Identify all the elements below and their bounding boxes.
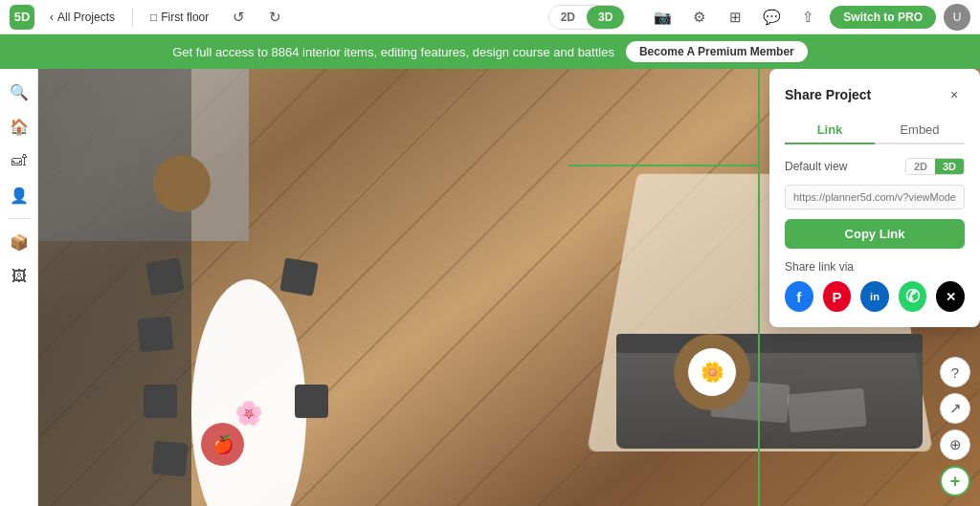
x-twitter-share[interactable]: ✕	[936, 281, 965, 312]
sidebar-people[interactable]: 👤	[4, 180, 34, 210]
share-panel-header: Share Project ×	[785, 84, 965, 105]
app-logo: 5D	[10, 5, 34, 30]
default-view-label: Default view	[785, 160, 847, 173]
share-panel-title: Share Project	[785, 87, 871, 102]
bottom-right-actions: ? ↗ ⊕ +	[940, 357, 970, 496]
share-tabs: Link Embed	[785, 117, 965, 144]
couch-back	[616, 334, 923, 353]
undo-button[interactable]: ↺	[224, 3, 253, 32]
sidebar-home[interactable]: 🏠	[4, 111, 34, 142]
table-centerpiece: 🌸	[234, 400, 263, 427]
facebook-share[interactable]: f	[785, 281, 813, 312]
floor-selector[interactable]: □ First floor	[143, 7, 216, 28]
back-arrow-icon: ‹	[50, 11, 54, 24]
side-table: 🌼	[674, 334, 750, 410]
sidebar-furniture[interactable]: 🛋	[4, 145, 34, 176]
camera-icon[interactable]: 📷	[648, 3, 677, 32]
mini-view-2d[interactable]: 2D	[906, 159, 935, 174]
chair-2	[138, 317, 174, 353]
pinterest-share[interactable]: P	[823, 281, 852, 312]
share-url-input[interactable]	[785, 185, 965, 209]
cushion-1	[787, 388, 866, 433]
whatsapp-share[interactable]: ✆	[899, 281, 927, 312]
back-button[interactable]: ‹ All Projects	[42, 7, 122, 28]
sidebar-items[interactable]: 📦	[4, 227, 34, 257]
comment-icon[interactable]: 💬	[757, 3, 786, 32]
tab-link[interactable]: Link	[785, 117, 875, 144]
chair-3	[144, 385, 177, 418]
switch-pro-button[interactable]: Switch to PRO	[830, 6, 936, 29]
share-button[interactable]: ↗	[940, 393, 970, 424]
tab-embed[interactable]: Embed	[875, 117, 965, 144]
flower-vase: 🌼	[688, 348, 736, 396]
linkedin-share[interactable]: in	[860, 281, 889, 312]
separator	[132, 8, 133, 27]
main-scene: 🌼 🌸 🍎 🔍 🏠 🛋 👤 📦 🖼 ? ↗ ⊕ + Share Project	[0, 69, 980, 506]
copy-link-button[interactable]: Copy Link	[785, 219, 965, 249]
share-panel-close[interactable]: ×	[944, 84, 965, 105]
share-via-label: Share link via	[785, 260, 965, 274]
share-icon[interactable]: ⇧	[793, 3, 822, 32]
small-table	[153, 155, 211, 212]
view-3d-button[interactable]: 3D	[587, 6, 624, 29]
share-social-icons: f P in ✆ ✕	[785, 281, 965, 312]
view-mini-toggle: 2D 3D	[905, 158, 965, 175]
sidebar-media[interactable]: 🖼	[4, 261, 34, 292]
fruit-bowl: 🍎	[201, 423, 244, 466]
mini-view-3d[interactable]: 3D	[935, 159, 964, 174]
sidebar: 🔍 🏠 🛋 👤 📦 🖼	[0, 69, 38, 506]
location-button[interactable]: ⊕	[940, 429, 970, 460]
sidebar-search[interactable]: 🔍	[4, 77, 34, 107]
premium-button[interactable]: Become A Premium Member	[626, 41, 808, 62]
chair-4	[152, 441, 189, 477]
chair-5	[279, 257, 319, 297]
sidebar-divider	[8, 218, 31, 219]
topbar: 5D ‹ All Projects □ First floor ↺ ↻ 2D 3…	[0, 0, 980, 34]
chair-6	[295, 385, 328, 418]
banner-text: Get full access to 8864 interior items, …	[172, 45, 614, 59]
default-view-row: Default view 2D 3D	[785, 158, 965, 175]
green-line-horizontal	[568, 165, 760, 166]
share-panel: Share Project × Link Embed Default view …	[769, 69, 980, 327]
avatar[interactable]: U	[944, 4, 970, 31]
floor-plan-icon: □	[150, 11, 157, 24]
settings-icon[interactable]: ⚙	[684, 3, 713, 32]
green-line-vertical	[758, 69, 760, 506]
add-button[interactable]: +	[940, 466, 970, 496]
promotion-banner: Get full access to 8864 interior items, …	[0, 34, 980, 69]
fullscreen-icon[interactable]: ⊞	[721, 3, 749, 32]
view-2d-button[interactable]: 2D	[549, 6, 587, 29]
chair-1	[145, 257, 185, 297]
help-button[interactable]: ?	[940, 357, 970, 387]
redo-button[interactable]: ↻	[260, 3, 289, 32]
view-toggle: 2D 3D	[548, 5, 626, 30]
